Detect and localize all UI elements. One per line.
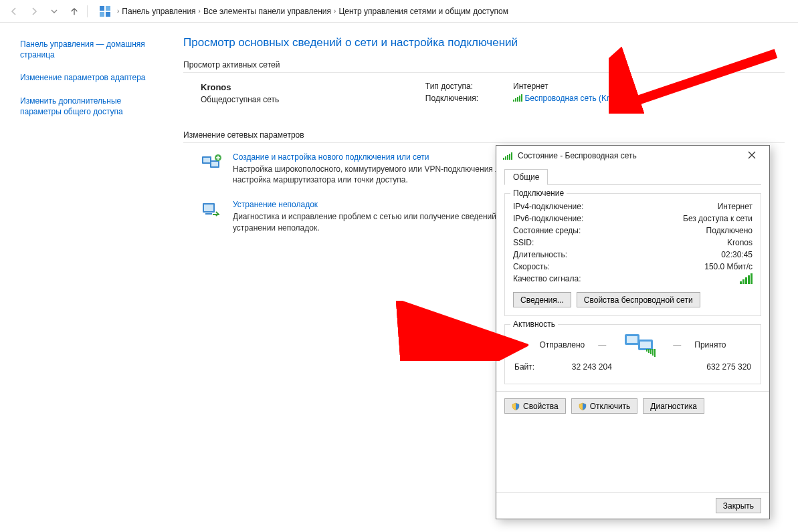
wifi-signal-icon [503,152,512,160]
bytes-label: Байт: [514,362,534,372]
network-type: Общедоступная сеть [201,95,279,104]
diagnose-button[interactable]: Диагностика [643,398,704,414]
troubleshoot-icon [201,200,223,223]
divider [183,142,785,143]
svg-rect-5 [203,158,210,162]
change-item-title[interactable]: Создание и настройка нового подключения … [233,152,429,162]
disable-button[interactable]: Отключить [571,398,638,414]
breadcrumb-item[interactable]: Центр управления сетями и общим доступом [338,7,508,16]
dialog-footer: Закрыть [496,492,769,519]
access-type-value: Интернет [486,81,636,92]
change-settings-label: Изменение сетевых параметров [183,130,785,140]
ipv4-value: Интернет [718,202,753,211]
group-legend: Активность [510,319,558,329]
forward-button[interactable] [25,3,43,20]
explorer-toolbar: › Панель управления › Все элементы панел… [0,0,798,23]
sidebar-item-home[interactable]: Панель управления — домашняя страница [20,39,154,60]
svg-rect-17 [648,349,650,353]
svg-rect-3 [106,12,110,17]
ipv4-label: IPv4-подключение: [513,202,583,211]
disable-button-label: Отключить [590,402,631,411]
media-value: Подключено [706,226,753,235]
svg-rect-7 [211,162,218,166]
svg-rect-19 [652,349,654,356]
duration-label: Длительность: [513,250,567,259]
close-dialog-button[interactable]: Закрыть [716,498,761,513]
sidebar: Панель управления — домашняя страница Из… [0,23,171,532]
tab-general[interactable]: Общие [504,169,548,185]
speed-label: Скорость: [513,262,550,271]
breadcrumb-item[interactable]: Панель управления [122,7,195,16]
svg-rect-20 [654,349,656,357]
divider [496,391,769,392]
properties-button[interactable]: Свойства [504,398,566,414]
up-button[interactable] [66,3,83,20]
wifi-status-dialog: Состояние - Беспроводная сеть Общие Подк… [496,145,770,519]
wireless-properties-button[interactable]: Свойства беспроводной сети [577,292,700,307]
shield-icon [579,402,587,410]
dialog-titlebar: Состояние - Беспроводная сеть [496,146,769,166]
change-item-title[interactable]: Устранение неполадок [233,200,318,209]
connection-link[interactable]: Беспроводная сеть (Kronos) [524,94,629,103]
close-button[interactable] [738,150,765,161]
divider [183,72,785,73]
breadcrumb-item[interactable]: Все элементы панели управления [203,7,331,16]
svg-rect-11 [205,213,212,215]
svg-rect-18 [650,349,652,354]
ipv6-value: Без доступа к сети [683,214,753,223]
media-label: Состояние среды: [513,226,581,235]
ssid-label: SSID: [513,238,534,247]
svg-rect-16 [646,349,647,352]
chevron-right-icon: › [199,7,201,15]
ssid-value: Kronos [727,238,753,247]
sidebar-item-sharing[interactable]: Изменить дополнительные параметры общего… [20,96,154,117]
recent-dropdown[interactable] [45,3,63,20]
signal-label: Качество сигнала: [513,274,581,284]
bytes-sent: 32 243 204 [572,362,612,372]
ipv6-label: IPv6-подключение: [513,214,583,223]
activity-group: Активность Отправлено — — Принято Байт: … [504,324,761,384]
active-networks-label: Просмотр активных сетей [183,60,785,70]
dialog-title: Состояние - Беспроводная сеть [518,151,733,160]
svg-rect-1 [106,6,110,11]
back-button[interactable] [5,3,23,20]
chevron-right-icon: › [334,7,336,15]
recv-label: Принято [694,340,726,350]
network-monitor-icon [619,331,660,358]
network-name: Kronos [201,82,279,92]
breadcrumb[interactable]: › Панель управления › Все элементы панел… [117,7,508,16]
sent-label: Отправлено [540,340,585,350]
chevron-right-icon: › [117,7,119,15]
speed-value: 150.0 Мбит/с [704,262,753,271]
bytes-recv: 632 275 320 [706,362,751,372]
svg-rect-15 [640,342,651,348]
svg-rect-13 [627,336,637,343]
page-title: Просмотр основных сведений о сети и наст… [183,36,785,49]
sidebar-item-adapter[interactable]: Изменение параметров адаптера [20,72,154,83]
connection-group: Подключение IPv4-подключение:Интернет IP… [504,193,761,316]
new-connection-icon [201,152,223,175]
wifi-signal-icon [513,94,522,102]
group-legend: Подключение [510,188,567,198]
connections-label: Подключения: [425,93,485,104]
svg-rect-2 [100,12,104,17]
details-button[interactable]: Сведения... [513,292,571,307]
svg-rect-0 [100,6,104,11]
control-panel-icon [98,5,112,18]
properties-button-label: Свойства [523,402,559,411]
duration-value: 02:30:45 [721,250,753,259]
shield-icon [512,402,520,410]
separator [87,5,88,17]
svg-rect-10 [204,205,213,211]
network-row: Kronos Общедоступная сеть Тип доступа: И… [183,78,785,105]
access-type-label: Тип доступа: [425,81,485,92]
signal-strength-icon [740,274,753,284]
tabstrip: Общие [504,168,761,185]
